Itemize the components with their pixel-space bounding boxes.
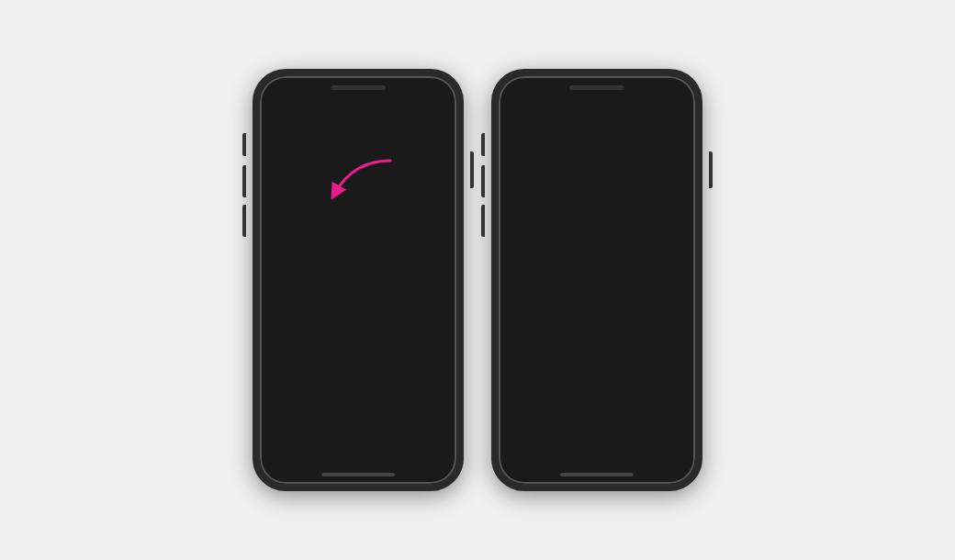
section-new-label: New <box>499 117 695 133</box>
signal-bar-4 <box>414 83 416 91</box>
signal-bar-1 <box>406 88 408 91</box>
multi-thumbs-3 <box>366 198 447 224</box>
act-thumb-8 <box>660 405 686 431</box>
svg-point-10 <box>277 360 286 369</box>
heart-nav-button-2[interactable] <box>622 447 647 473</box>
svg-point-27 <box>513 223 528 232</box>
svg-point-9 <box>275 329 289 338</box>
avatar-kml <box>269 163 295 189</box>
act-action-7: commented. 😊 <box>559 370 620 379</box>
avatar-chrisrobinp-2 <box>508 294 534 319</box>
activity-item-7: mari commented. 😊 1w <box>499 365 695 400</box>
following-button-3[interactable]: Following <box>631 207 686 226</box>
feed-item-6: bekahsirrine and kjung92 liked carod1az'… <box>260 350 456 391</box>
avatar-andytlr <box>508 329 534 354</box>
volume-up-button <box>242 165 246 197</box>
tab-following[interactable]: Following <box>275 96 336 115</box>
you-tab-label: You <box>343 100 361 111</box>
feed-text-3: chchoitoi liked 6 posts. 2h <box>300 198 361 230</box>
avatar-gregmar-1 <box>269 396 295 421</box>
svg-point-22 <box>516 143 525 152</box>
act-thumb-4 <box>660 242 686 268</box>
act-time-6: 1w <box>659 351 668 359</box>
thumb-1 <box>421 122 447 148</box>
profile-nav-icon[interactable] <box>428 454 446 472</box>
feed-item-4: bekahsirrine liked @joyofodu's comment: … <box>260 235 456 308</box>
feed-text-5: chrisrobinp liked apresley's post. 3h <box>300 313 416 345</box>
activity-text-6: andytlr mentioned you in a comment: @bax… <box>539 329 686 361</box>
feed-text-7: gregmar left a comment on jlau29's post:… <box>300 396 416 444</box>
mute-button-2 <box>481 133 485 156</box>
activity-item-1: chchoitoi started following you. 2h Foll… <box>499 133 695 168</box>
activity-text-1: chchoitoi started following you. 2h <box>539 138 640 159</box>
thumb-6 <box>421 354 447 380</box>
svg-point-29 <box>513 258 528 267</box>
activity-title: Activity <box>577 98 616 111</box>
battery-fill <box>430 84 440 89</box>
feed-text-2: k.m.l liked chrisdows post. 1h <box>300 163 416 185</box>
mute-button <box>242 133 246 156</box>
search-nav-icon[interactable] <box>308 454 326 472</box>
following-circle: Following <box>282 100 329 111</box>
svg-point-6 <box>277 245 286 254</box>
phone-1: 9:41 ▲ Following <box>253 69 464 491</box>
avatar-gregmar-2 <box>508 242 534 268</box>
thumb-3b <box>394 198 420 224</box>
thumb-4 <box>421 240 447 265</box>
svg-point-38 <box>549 456 560 467</box>
svg-point-23 <box>513 153 528 162</box>
home-nav-icon-2[interactable] <box>509 454 527 472</box>
svg-point-35 <box>513 386 528 395</box>
search-nav-icon-2[interactable] <box>546 454 565 472</box>
thumb-3a <box>366 198 392 224</box>
top-tabs-1: Following You <box>260 93 456 116</box>
power-button-2 <box>709 151 713 188</box>
act-time-3: 3h <box>591 219 600 228</box>
avatar-joyofodu <box>508 405 534 431</box>
act-time-1: 2h <box>557 150 566 158</box>
svg-point-2 <box>277 169 286 178</box>
svg-point-5 <box>275 214 289 223</box>
time-2: 9:41 <box>511 82 528 91</box>
feed-text-1: baxterjeff liked @joyofodu's post. 20m <box>300 122 416 154</box>
following-feed: baxterjeff liked @joyofodu's post. 20m k… <box>260 116 456 444</box>
tab-you[interactable]: You <box>336 96 368 115</box>
status-icons-1: ▲ <box>406 83 444 91</box>
feed-item-3: chchoitoi liked 6 posts. 2h <box>260 194 456 235</box>
svg-point-34 <box>516 375 525 385</box>
svg-point-32 <box>516 334 525 343</box>
act-thumb-5 <box>660 294 686 319</box>
svg-point-36 <box>516 410 525 420</box>
signal-bar-2 <box>409 86 410 91</box>
follow-button-1[interactable]: Follow <box>646 138 687 154</box>
act-time-7: 1w <box>619 371 628 379</box>
svg-point-13 <box>275 411 289 420</box>
feed-item-7: gregmar left a comment on jlau29's post:… <box>260 391 456 444</box>
act-time-5: 5d <box>623 306 631 314</box>
activity-text-7: mari commented. 😊 1w <box>539 370 655 381</box>
time-feed-6: 4h <box>300 377 309 386</box>
act-username-7: mari <box>539 370 559 379</box>
profile-nav-icon-2[interactable] <box>667 454 685 472</box>
act-username-3: lizzeyjohnson <box>539 207 596 217</box>
time-feed-4: 2h <box>403 295 411 303</box>
heart-nav-button[interactable] <box>383 447 409 473</box>
svg-point-12 <box>277 401 286 410</box>
battery-icon <box>429 83 444 90</box>
home-nav-icon[interactable] <box>270 454 288 472</box>
wifi-icon: ▲ <box>419 83 426 91</box>
activity-item-3: lizzeyjohnson started following you. 3h … <box>499 203 695 238</box>
s3 <box>650 84 652 91</box>
plus-nav-icon[interactable] <box>345 454 364 472</box>
volume-up-button-2 <box>481 165 485 197</box>
feed-item-5: chrisrobinp liked apresley's post. 3h <box>260 308 456 350</box>
action-2: liked chrisdows post. <box>321 163 398 173</box>
activity-feed: New chchoitoi started following you. 2h … <box>499 115 695 444</box>
svg-point-31 <box>513 309 528 319</box>
phone-screen-1: 9:41 ▲ Following <box>260 76 456 484</box>
plus-nav-icon-2[interactable] <box>584 454 602 472</box>
svg-point-8 <box>277 319 286 328</box>
avatar-mari <box>508 370 534 396</box>
svg-point-24 <box>516 178 525 187</box>
s4 <box>653 83 655 91</box>
